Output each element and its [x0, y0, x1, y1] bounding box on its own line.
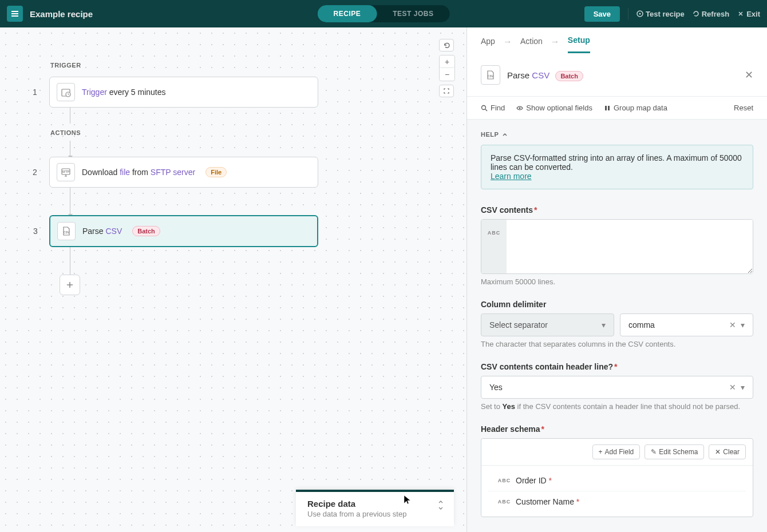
group-map-button[interactable]: Group map data — [604, 104, 667, 112]
schema-field-row[interactable]: ABC Customer Name * — [488, 491, 746, 512]
step-number: 3 — [33, 227, 38, 236]
edit-schema-button[interactable]: ✎Edit Schema — [645, 444, 704, 459]
panel-toolbar: Find Show optional fields Group map data… — [467, 97, 767, 120]
exit-link[interactable]: Exit — [737, 10, 760, 18]
tab-test-jobs[interactable]: TEST JOBS — [377, 5, 449, 22]
field-hint: Maximum 50000 lines. — [481, 277, 753, 286]
setup-panel: App → Action → Setup CSV Parse CSV Batch… — [467, 27, 767, 532]
plus-icon: + — [599, 448, 603, 456]
step-parse-csv[interactable]: 3 CSV Parse CSV Batch — [49, 215, 318, 247]
svg-point-12 — [519, 107, 521, 109]
step-text: Trigger every 5 minutes — [82, 88, 166, 97]
clear-icon: ✕ — [715, 448, 721, 456]
gear-icon — [636, 10, 643, 17]
save-button[interactable]: Save — [584, 6, 620, 22]
refresh-link[interactable]: Refresh — [693, 10, 729, 18]
learn-more-link[interactable]: Learn more — [491, 172, 532, 181]
group-icon — [604, 105, 611, 112]
resize-icon — [437, 500, 445, 510]
delimiter-select[interactable]: Select separator ▾ — [481, 313, 614, 336]
pencil-icon: ✎ — [651, 448, 657, 456]
clear-icon[interactable]: ✕ — [729, 383, 736, 392]
help-toggle[interactable]: HELP — [481, 131, 753, 138]
connector — [70, 188, 70, 215]
add-field-button[interactable]: +Add Field — [592, 444, 641, 459]
csv-contents-input[interactable] — [507, 220, 753, 273]
abc-badge: ABC — [493, 478, 516, 483]
fit-button[interactable] — [439, 85, 454, 97]
menu-button[interactable] — [7, 6, 23, 22]
delimiter-value[interactable]: comma ✕▾ — [620, 313, 753, 336]
panel-tabs: App → Action → Setup — [467, 27, 767, 54]
test-recipe-link[interactable]: Test recipe — [636, 10, 685, 18]
menu-icon — [10, 9, 19, 18]
svg-rect-14 — [608, 106, 610, 110]
step-text: Download file from SFTP server — [82, 168, 195, 177]
undo-icon — [442, 41, 450, 49]
recipe-data-title: Recipe data — [307, 499, 442, 509]
zoom-in-button[interactable]: + — [440, 55, 454, 68]
abc-badge: ABC — [493, 499, 516, 505]
field-hint: The character that separates columns in … — [481, 340, 753, 348]
chevron-up-icon — [502, 132, 508, 137]
schema-field-row[interactable]: ABC Order ID * — [488, 470, 746, 491]
show-optional-button[interactable]: Show optional fields — [516, 104, 592, 112]
clear-icon[interactable]: ✕ — [729, 320, 736, 329]
tab-recipe[interactable]: RECIPE — [318, 5, 377, 22]
tab-action[interactable]: Action — [520, 37, 543, 53]
actions-section-label: ACTIONS — [50, 129, 466, 136]
svg-text:SFTP: SFTP — [62, 170, 70, 173]
step-trigger[interactable]: 1 Trigger every 5 minutes — [49, 77, 318, 108]
arrow-icon: → — [503, 37, 512, 47]
connector — [70, 141, 70, 157]
trigger-section-label: TRIGGER — [50, 62, 466, 69]
tab-setup[interactable]: Setup — [568, 35, 590, 53]
svg-rect-0 — [11, 11, 18, 12]
chevron-down-icon: ▾ — [602, 320, 606, 329]
csv-icon: CSV — [481, 65, 500, 85]
close-panel-button[interactable]: ✕ — [745, 69, 753, 81]
recipe-data-subtitle: Use data from a previous step — [307, 510, 442, 518]
fit-icon — [443, 88, 450, 94]
clear-schema-button[interactable]: ✕Clear — [709, 444, 746, 459]
batch-pill: Batch — [132, 226, 160, 236]
abc-badge: ABC — [481, 220, 507, 273]
undo-button[interactable] — [439, 39, 454, 51]
panel-header: CSV Parse CSV Batch ✕ — [467, 54, 767, 97]
chevron-down-icon: ▾ — [741, 383, 745, 392]
eye-icon — [516, 105, 523, 112]
arrow-icon: → — [551, 37, 560, 47]
expand-button[interactable] — [437, 500, 445, 510]
step-download[interactable]: 2 SFTP Download file from SFTP server Fi… — [49, 157, 318, 188]
recipe-canvas[interactable]: TRIGGER 1 Trigger every 5 minutes ACTION… — [0, 27, 467, 532]
step-text: Parse CSV — [82, 227, 122, 236]
field-delimiter: Column delimiter Select separator ▾ comm… — [481, 300, 753, 348]
tab-app[interactable]: App — [481, 37, 495, 53]
step-number: 2 — [33, 168, 37, 177]
canvas-controls: + − — [439, 39, 455, 97]
field-header-line: CSV contents contain header line?* Yes ✕… — [481, 362, 753, 411]
svg-point-4 — [639, 13, 641, 15]
add-step-button[interactable] — [60, 275, 80, 295]
zoom-out-button[interactable]: − — [440, 68, 454, 81]
close-icon — [737, 10, 744, 17]
view-toggle: RECIPE TEST JOBS — [318, 5, 450, 22]
find-button[interactable]: Find — [481, 104, 505, 112]
recipe-title: Example recipe — [30, 9, 93, 19]
field-csv-contents: CSV contents* ABC Maximum 50000 lines. — [481, 205, 753, 286]
connector — [70, 108, 70, 124]
header-line-select[interactable]: Yes ✕▾ — [481, 376, 753, 399]
app-header: Example recipe RECIPE TEST JOBS Save Tes… — [0, 0, 767, 27]
file-pill: File — [205, 167, 227, 177]
connector — [70, 247, 70, 275]
field-header-schema: Header schema* +Add Field ✎Edit Schema ✕… — [481, 424, 753, 517]
svg-rect-13 — [605, 106, 607, 110]
svg-text:CSV: CSV — [64, 231, 70, 234]
sftp-icon: SFTP — [57, 163, 75, 181]
reset-button[interactable]: Reset — [734, 104, 753, 112]
step-number: 1 — [33, 88, 37, 97]
csv-icon: CSV — [57, 222, 76, 240]
panel-title: Parse CSV Batch — [507, 70, 738, 80]
recipe-data-panel[interactable]: Recipe data Use data from a previous ste… — [296, 490, 454, 526]
svg-rect-1 — [11, 13, 18, 14]
